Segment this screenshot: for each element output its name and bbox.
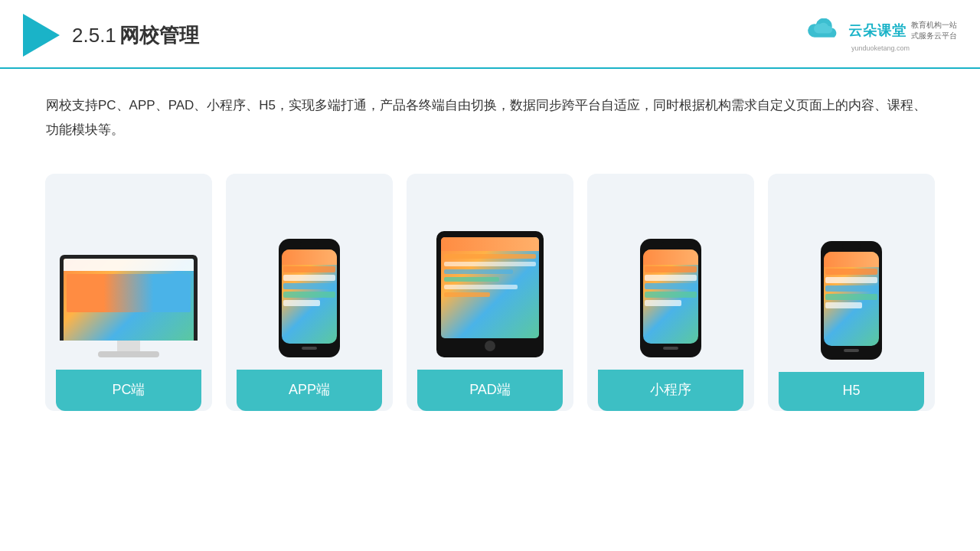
pb1: [283, 266, 335, 272]
phone-screen-h5: [824, 252, 879, 346]
phone-notch-app: [300, 242, 318, 246]
mb1: [645, 266, 697, 272]
description-text: 网校支持PC、APP、PAD、小程序、H5，实现多端打通，产品各终端自由切换，数…: [0, 69, 980, 158]
pc-neck: [117, 341, 140, 351]
card-label-pad: PAD端: [417, 370, 563, 411]
pc-line-2: [67, 283, 153, 288]
phone-content-h5: [825, 269, 877, 308]
phone-screen-mini: [643, 249, 698, 344]
card-label-app: APP端: [237, 370, 382, 411]
card-h5: H5: [768, 174, 935, 411]
brand-name: 云朵课堂: [848, 21, 906, 40]
phone-notch-mini: [662, 242, 680, 246]
page-header: 2.5.1网校管理 云朵课堂 教育机构一站 式服务云平台 yunduoketan…: [0, 0, 980, 69]
phone-home-h5: [844, 349, 859, 352]
pc-line-3: [67, 291, 135, 295]
tl6: [444, 292, 490, 297]
brand-slogan: 教育机构一站 式服务云平台: [911, 20, 957, 41]
pb4: [283, 292, 335, 298]
brand-logo: 云朵课堂 教育机构一站 式服务云平台 yunduoketang.com: [804, 18, 957, 52]
app-image: [237, 189, 382, 357]
logo-icon: [23, 14, 60, 57]
card-mini: 小程序: [587, 174, 754, 411]
brand-row: 云朵课堂 教育机构一站 式服务云平台: [804, 18, 957, 43]
card-pad: PAD端: [407, 174, 573, 411]
pb2: [283, 275, 335, 281]
title-number: 2.5.1: [72, 24, 116, 47]
pc-line-5: [67, 306, 141, 311]
tablet-home: [485, 341, 495, 351]
phone-content-app: [283, 266, 335, 306]
phone-mockup-app: [279, 239, 340, 357]
phone-mockup-h5: [821, 241, 882, 360]
hb5: [825, 302, 862, 308]
mb4: [645, 292, 697, 298]
pc-line-1: [67, 276, 191, 280]
pad-image: [417, 189, 563, 357]
mb3: [645, 283, 697, 289]
cloud-icon: [804, 18, 844, 43]
phone-notch-h5: [842, 244, 861, 249]
phone-home-mini: [663, 347, 678, 350]
pb5: [283, 300, 320, 306]
hb2: [825, 277, 877, 283]
pc-screen-outer: [60, 255, 198, 341]
tl5: [444, 285, 518, 289]
card-app: APP端: [226, 174, 393, 411]
pc-base: [98, 351, 159, 357]
tl2: [444, 262, 536, 266]
card-label-mini: 小程序: [598, 370, 743, 411]
hb4: [825, 294, 877, 300]
tl1: [444, 254, 536, 259]
phone-home-app: [302, 347, 317, 350]
card-label-pc: PC端: [56, 370, 201, 411]
brand-url: yunduoketang.com: [851, 44, 910, 52]
mini-image: [598, 189, 743, 357]
card-label-h5: H5: [779, 372, 924, 411]
h5-image: [779, 189, 924, 360]
pc-mockup: [60, 255, 198, 357]
hb1: [825, 269, 877, 275]
mb5: [645, 300, 681, 306]
tl3: [444, 269, 513, 274]
pc-image: [56, 189, 201, 357]
pc-screen-lines: [67, 276, 191, 311]
page-title: 2.5.1网校管理: [72, 22, 199, 49]
title-text: 网校管理: [119, 24, 199, 47]
card-pc: PC端: [45, 174, 212, 411]
phone-mockup-mini: [640, 239, 701, 357]
tablet-lines: [444, 254, 536, 297]
tablet-screen: [441, 237, 539, 338]
mb2: [645, 275, 697, 281]
tl4: [444, 277, 499, 282]
hb3: [825, 285, 877, 292]
phone-screen-app: [282, 249, 337, 344]
pc-screen-inner: [64, 259, 194, 341]
description-paragraph: 网校支持PC、APP、PAD、小程序、H5，实现多端打通，产品各终端自由切换，数…: [46, 93, 934, 143]
cards-area: PC端 APP端: [0, 158, 980, 411]
tablet-mockup: [436, 231, 544, 357]
pb3: [283, 283, 335, 289]
pc-line-4: [67, 298, 166, 303]
phone-content-mini: [645, 266, 697, 306]
header-left: 2.5.1网校管理: [23, 14, 199, 57]
